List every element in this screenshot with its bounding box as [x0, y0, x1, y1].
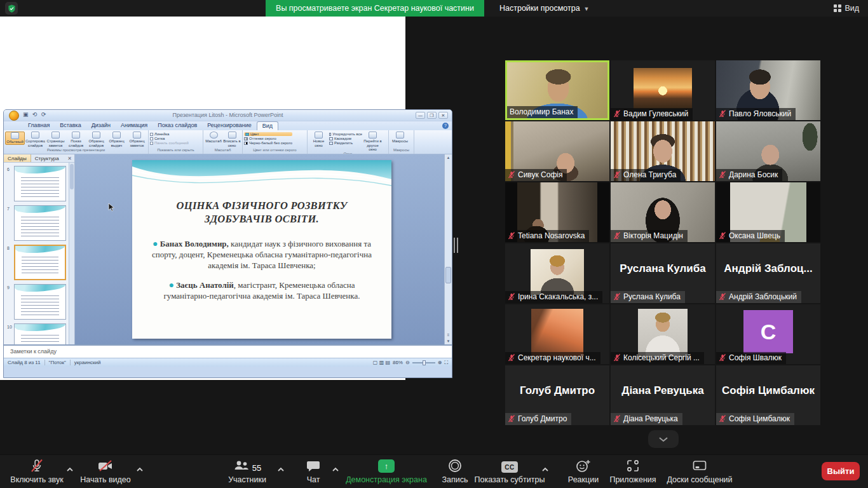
video-tile-active-speaker[interactable]: Володимир Банах: [505, 60, 609, 120]
name-tile[interactable]: Андрій Заблоц... Андрій Заблоцький: [716, 243, 820, 303]
slide-title[interactable]: ОЦІНКА ФІЗИЧНОГО РОЗВИТКУ ЗДОБУВАЧІВ ОСВ…: [149, 200, 375, 226]
apps-button[interactable]: Приложения: [607, 459, 659, 484]
minimize-button[interactable]: —: [416, 112, 425, 119]
audio-options-chevron[interactable]: [66, 467, 74, 472]
layout-divider-handle[interactable]: [454, 238, 460, 253]
ribbon-btn-slide-sorter[interactable]: Сортировщик слайдов: [25, 132, 45, 147]
tab-retsenzirovanie[interactable]: Рецензирование: [202, 121, 257, 130]
tab-dizayn[interactable]: Дизайн: [86, 121, 116, 130]
participants-options-chevron[interactable]: [277, 467, 285, 472]
ribbon-btn-macros[interactable]: Макросы: [390, 132, 410, 144]
tab-vid[interactable]: Вид: [257, 121, 278, 130]
subtitles-button[interactable]: CC Показать субтитры: [478, 459, 541, 484]
language-indicator: украинский: [74, 360, 101, 365]
zoom-slider[interactable]: [412, 362, 435, 363]
slide-body-text[interactable]: ● Банах Володимир, кандидат наук з фізич…: [145, 238, 379, 302]
video-tile[interactable]: Павло Яловський: [716, 60, 820, 120]
fit-slide-icon[interactable]: ⛶: [444, 360, 448, 366]
ribbon-btn-grayscale[interactable]: Оттенки серого: [244, 137, 292, 140]
ribbon-btn-notes-master[interactable]: Образец заметок: [127, 132, 147, 147]
whiteboards-button[interactable]: Доски сообщений: [662, 459, 737, 484]
help-icon[interactable]: ?: [442, 123, 449, 129]
scroll-up-icon[interactable]: ▲: [447, 154, 451, 161]
slide-thumbnail[interactable]: 10: [14, 323, 68, 344]
ribbon-btn-switch-window[interactable]: Перейти в другое окно: [363, 132, 383, 152]
video-tile[interactable]: Олена Тригуба: [611, 121, 715, 181]
subtitles-options-chevron[interactable]: [541, 467, 549, 472]
reactions-button[interactable]: Реакции: [564, 459, 602, 484]
mic-muted-icon: [719, 171, 726, 179]
name-tile[interactable]: Софія Цимбалюк Софія Цимбалюк: [716, 365, 820, 425]
restore-button[interactable]: ❐: [427, 112, 437, 119]
video-tile[interactable]: Оксана Швець: [716, 182, 820, 242]
video-tile[interactable]: Сивук Софія: [505, 121, 609, 181]
close-pane-icon[interactable]: ✕: [65, 154, 74, 162]
ribbon-btn-handout-master[interactable]: Образец выдач: [107, 132, 126, 147]
chat-button[interactable]: Чат: [297, 459, 329, 484]
ribbon-btn-split[interactable]: Разделить: [329, 141, 362, 145]
prev-slide-icon[interactable]: ≡: [447, 332, 450, 338]
tab-glavnaya[interactable]: Главная: [23, 121, 55, 130]
name-tile[interactable]: Голуб Дмитро Голуб Дмитро: [505, 365, 609, 425]
ribbon-btn-new-window[interactable]: Новое окно: [309, 132, 329, 147]
leave-button[interactable]: Выйти: [822, 462, 860, 480]
mic-muted-icon: [613, 293, 621, 301]
avatar-tile[interactable]: C Софія Швалюк: [716, 304, 820, 364]
checkbox-ruler[interactable]: Линейка: [150, 132, 189, 136]
panel-scrollbar[interactable]: [69, 163, 74, 344]
start-video-button[interactable]: Начать видео: [78, 459, 133, 484]
participants-button[interactable]: 55 Участники: [221, 459, 273, 484]
ribbon-btn-fit-window[interactable]: Вписать в окно: [223, 132, 241, 147]
mic-muted-icon: [613, 232, 621, 240]
security-shield-icon[interactable]: [5, 2, 18, 15]
record-button[interactable]: Запись: [436, 459, 474, 484]
name-tile[interactable]: Руслана Кулиба Руслана Кулиба: [611, 243, 715, 303]
tab-outline[interactable]: Структура: [31, 154, 63, 162]
close-button[interactable]: ✕: [438, 112, 448, 119]
notes-area[interactable]: Заметки к слайду: [4, 344, 452, 358]
tab-animatsiya[interactable]: Анимация: [116, 121, 153, 130]
zoom-in-icon[interactable]: ⊕: [438, 360, 442, 365]
avatar-tile[interactable]: Ірина Скакальська, з...: [505, 243, 609, 303]
zoom-percent[interactable]: 86%: [393, 360, 403, 365]
avatar-tile[interactable]: Секретар наукової ч...: [505, 304, 609, 364]
unmute-button[interactable]: Включить звук: [6, 459, 67, 484]
slide-thumbnail-selected[interactable]: 8: [14, 245, 68, 280]
mouse-cursor: [108, 203, 115, 215]
ribbon-btn-cascade[interactable]: Каскадом: [329, 137, 362, 140]
ribbon-btn-notes-page[interactable]: Страницы заметок: [46, 132, 65, 147]
scroll-down-icon[interactable]: ▼: [447, 338, 451, 344]
ribbon-btn-zoom[interactable]: Масштаб: [205, 132, 222, 144]
tab-pokaz-slaydov[interactable]: Показ слайдов: [153, 121, 202, 130]
video-tile[interactable]: Дарина Босик: [716, 121, 820, 181]
video-tile[interactable]: Вадим Гулевський: [611, 60, 715, 120]
slide-thumbnail[interactable]: 7: [14, 205, 68, 241]
tab-slides[interactable]: Слайды: [4, 154, 31, 162]
tab-vstavka[interactable]: Вставка: [55, 121, 86, 130]
participant-name-label: Ірина Скакальська, з...: [505, 291, 602, 303]
view-shortcut-icons[interactable]: ▢ ▥ ▤: [373, 360, 390, 365]
ribbon-btn-slide-show[interactable]: Показ слайдов: [66, 132, 86, 147]
avatar-tile[interactable]: Колісецький Сергій ...: [611, 304, 715, 364]
gallery-next-page-button[interactable]: [648, 430, 679, 448]
slide-thumbnail[interactable]: 6: [14, 166, 68, 201]
ribbon-btn-black-white[interactable]: Черно-белый без серого: [244, 141, 292, 145]
view-button[interactable]: Вид: [834, 0, 859, 17]
chat-options-chevron[interactable]: [332, 467, 339, 472]
slide-scrollbar[interactable]: ▲ ≡ ▼: [444, 154, 452, 344]
slide-thumbnail[interactable]: 9: [14, 284, 68, 320]
current-slide[interactable]: ОЦІНКА ФІЗИЧНОГО РОЗВИТКУ ЗДОБУВАЧІВ ОСВ…: [132, 160, 391, 339]
participant-display-name: Софія Цимбалюк: [716, 365, 820, 416]
video-options-chevron[interactable]: [136, 467, 144, 472]
ribbon-btn-slide-master[interactable]: Образец слайдов: [86, 132, 106, 147]
share-screen-button[interactable]: ↑ Демонстрация экрана: [342, 459, 431, 484]
video-tile[interactable]: Вікторія Мацидін: [611, 182, 715, 242]
checkbox-grid[interactable]: Сетка: [150, 137, 189, 140]
ribbon-btn-color[interactable]: Цвет: [244, 132, 292, 136]
video-tile[interactable]: Tetiana Nosarovska: [505, 182, 609, 242]
zoom-out-icon[interactable]: ⊖: [405, 360, 410, 365]
ribbon-btn-normal-view[interactable]: Обычный: [5, 132, 25, 145]
name-tile[interactable]: Діана Ревуцька Діана Ревуцька: [611, 365, 715, 425]
view-settings-dropdown[interactable]: Настройки просмотра▼: [491, 0, 599, 17]
ribbon-btn-arrange-all[interactable]: Упорядочить все: [329, 132, 362, 136]
